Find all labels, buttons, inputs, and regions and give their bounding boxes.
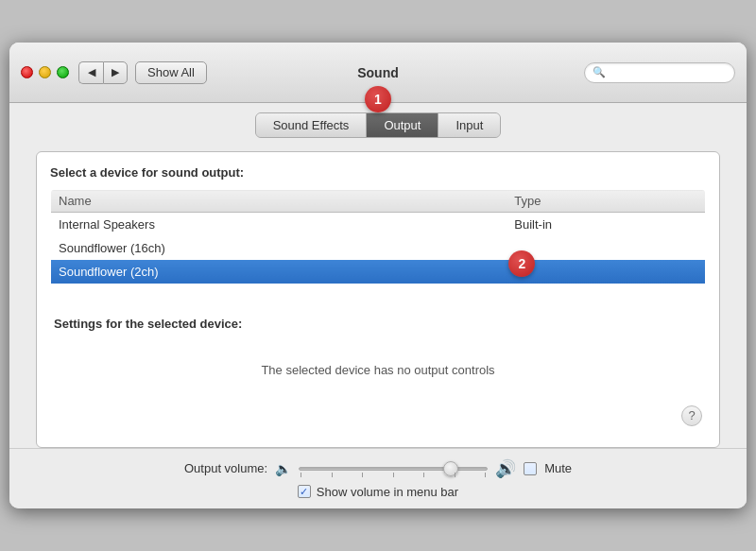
menubar-label: Show volume in menu bar [317,485,458,499]
device-type-2 [507,236,705,260]
tick-1 [301,473,301,477]
search-box[interactable]: 🔍 [584,62,735,83]
forward-button[interactable]: ▶ [103,61,128,84]
volume-label: Output volume: [184,461,267,475]
tick-6 [455,473,455,477]
volume-high-icon: 🔊 [495,458,516,479]
window-title: Sound [357,65,399,80]
col-header-type: Type [507,190,705,213]
mute-checkbox[interactable] [524,462,537,475]
tick-2 [332,473,333,477]
nav-buttons: ◀ ▶ [78,61,128,84]
tabs-container: 1 Sound Effects Output Input [9,103,747,138]
col-header-name: Name [51,190,507,213]
help-button-container: ? [50,405,706,434]
show-all-button[interactable]: Show All [135,61,207,84]
device-type-1: Built-in [507,213,705,237]
maximize-button[interactable] [57,66,69,78]
device-name-2: Soundflower (16ch) [51,236,507,260]
volume-slider-container [299,459,488,478]
slider-track [299,467,488,471]
volume-low-icon: 🔈 [275,461,291,476]
content-area: Select a device for sound output: Name T… [23,151,733,448]
device-type-3 [507,260,705,284]
tabs-wrapper: Sound Effects Output Input [255,112,502,138]
mute-label: Mute [544,461,572,475]
settings-title: Settings for the selected device: [54,317,702,331]
help-button[interactable]: ? [681,405,702,426]
search-icon: 🔍 [593,66,606,78]
device-name-3: Soundflower (2ch) 2 [51,260,507,284]
menubar-row: ✓ Show volume in menu bar [28,485,728,499]
menubar-checkbox[interactable]: ✓ [298,485,311,498]
section-title: Select a device for sound output: [50,165,706,180]
settings-section: Settings for the selected device: The se… [50,317,706,405]
tab-sound-effects[interactable]: Sound Effects [256,113,368,137]
tab-input[interactable]: Input [438,113,500,137]
volume-row: Output volume: 🔈 🔊 Mute [28,458,728,479]
tick-7 [485,473,486,477]
close-button[interactable] [21,66,33,78]
bottom-bar: Output volume: 🔈 🔊 Mute [9,448,747,508]
no-controls-message: The selected device has no output contro… [54,344,702,405]
tab-output[interactable]: Output [367,113,438,137]
back-button[interactable]: ◀ [78,61,103,84]
table-row[interactable]: Soundflower (16ch) [51,236,706,260]
tick-5 [423,473,424,477]
device-name-1: Internal Speakers [51,213,507,237]
output-content: Select a device for sound output: Name T… [36,151,720,448]
device-table: Name Type Internal Speakers Built-in Sou… [50,189,706,303]
slider-ticks [299,473,488,477]
minimize-button[interactable] [39,66,51,78]
tick-4 [393,473,394,477]
table-row[interactable]: Internal Speakers Built-in [51,213,706,237]
table-row-empty [51,284,706,302]
badge-1: 1 [365,86,391,112]
traffic-lights [21,66,69,78]
table-row-selected[interactable]: Soundflower (2ch) 2 [51,260,706,284]
main-window: ◀ ▶ Show All Sound 🔍 1 Sound Effects Out… [9,43,747,508]
tick-3 [362,473,363,477]
